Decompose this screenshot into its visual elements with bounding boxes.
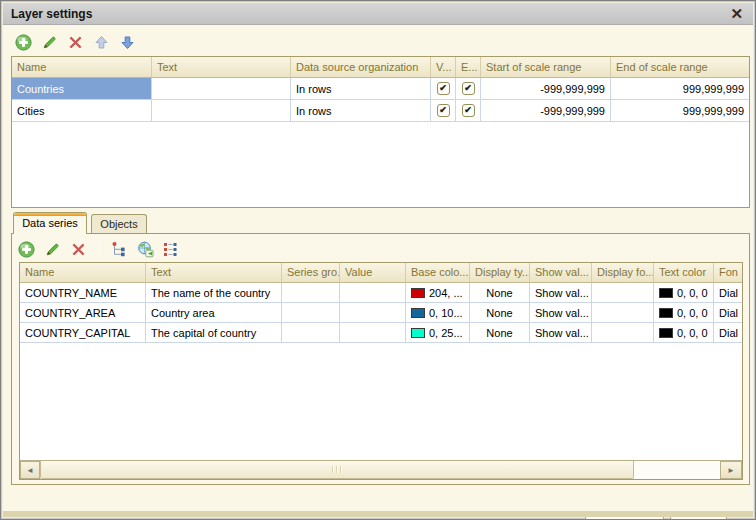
text-color-value: 0, 0, 0	[677, 327, 708, 339]
cell-series-group[interactable]	[282, 283, 340, 302]
column-header-end-of-scale-range[interactable]: End of scale range	[611, 57, 749, 77]
series-tree-icon[interactable]	[110, 240, 128, 258]
close-window-icon[interactable]: ✕	[728, 4, 745, 24]
delete-layer-icon[interactable]	[66, 33, 84, 51]
series-row-country-area[interactable]: COUNTRY_AREA Country area 0, 10... None …	[20, 303, 742, 323]
enabled-checkbox[interactable]: ✔	[462, 104, 475, 117]
cell-series-name[interactable]: COUNTRY_AREA	[20, 303, 146, 322]
series-row-country-capital[interactable]: COUNTRY_CAPITAL The capital of country 0…	[20, 323, 742, 343]
cell-display-type[interactable]: None	[470, 303, 530, 322]
column-header-text[interactable]: Text	[152, 57, 291, 77]
text-color-value: 0, 0, 0	[677, 307, 708, 319]
cell-display-format[interactable]	[592, 323, 654, 342]
scrollbar-thumb[interactable]	[40, 461, 634, 479]
cell-font[interactable]: Dial	[714, 323, 742, 342]
column-header-text-color[interactable]: Text color	[654, 263, 714, 282]
column-header-base-color[interactable]: Base colo...	[406, 263, 470, 282]
column-header-name[interactable]: Name	[20, 263, 146, 282]
cell-series-group[interactable]	[282, 303, 340, 322]
cell-value[interactable]	[340, 323, 406, 342]
cell-end-of-scale-range[interactable]: 999,999,999	[611, 100, 749, 121]
cell-series-text[interactable]: Country area	[146, 303, 282, 322]
cell-series-name[interactable]: COUNTRY_CAPITAL	[20, 323, 146, 342]
layer-row-countries[interactable]: Countries In rows ✔ ✔ -999,999,999 999,9…	[12, 78, 749, 100]
add-layer-icon[interactable]	[14, 33, 32, 51]
text-color-swatch	[659, 308, 673, 318]
cell-series-name[interactable]: COUNTRY_NAME	[20, 283, 146, 302]
cell-text-color[interactable]: 0, 0, 0	[654, 323, 714, 342]
column-header-text[interactable]: Text	[146, 263, 282, 282]
add-series-icon[interactable]	[17, 240, 35, 258]
scrollbar-track[interactable]	[634, 461, 720, 479]
enabled-checkbox[interactable]: ✔	[462, 82, 475, 95]
cell-series-group[interactable]	[282, 323, 340, 342]
visible-checkbox[interactable]: ✔	[437, 82, 450, 95]
column-header-visible[interactable]: V...	[431, 57, 456, 77]
cell-layer-text[interactable]	[152, 100, 291, 121]
cell-data-source-organization[interactable]: In rows	[291, 100, 431, 121]
column-header-data-source-organization[interactable]: Data source organization	[291, 57, 431, 77]
cell-base-color[interactable]: 0, 25...	[406, 323, 470, 342]
visible-checkbox[interactable]: ✔	[437, 104, 450, 117]
cell-display-format[interactable]	[592, 283, 654, 302]
window-frame-bottom	[3, 511, 753, 517]
cell-text-color[interactable]: 0, 0, 0	[654, 303, 714, 322]
delete-series-icon[interactable]	[69, 240, 87, 258]
cell-base-color[interactable]: 0, 10...	[406, 303, 470, 322]
layers-grid: Name Text Data source organization V... …	[11, 56, 750, 208]
cell-show-value[interactable]: Show val...	[530, 303, 592, 322]
base-color-swatch	[411, 328, 425, 338]
cell-display-type[interactable]: None	[470, 323, 530, 342]
cell-display-format[interactable]	[592, 303, 654, 322]
cell-start-of-scale-range[interactable]: -999,999,999	[481, 78, 611, 99]
column-header-display-type[interactable]: Display ty...	[470, 263, 530, 282]
cell-data-source-organization[interactable]: In rows	[291, 78, 431, 99]
cell-layer-text[interactable]	[152, 78, 291, 99]
cell-value[interactable]	[340, 283, 406, 302]
column-header-enabled[interactable]: E...	[456, 57, 481, 77]
cell-show-value[interactable]: Show val...	[530, 283, 592, 302]
cell-series-text[interactable]: The name of the country	[146, 283, 282, 302]
cell-value[interactable]	[340, 303, 406, 322]
cell-base-color[interactable]: 204, ...	[406, 283, 470, 302]
column-header-font[interactable]: Fon	[714, 263, 742, 282]
window-title: Layer settings	[11, 7, 728, 21]
cell-start-of-scale-range[interactable]: -999,999,999	[481, 100, 611, 121]
scroll-right-icon[interactable]: ►	[720, 461, 742, 479]
move-down-icon[interactable]	[118, 33, 136, 51]
cell-series-text[interactable]: The capital of country	[146, 323, 282, 342]
cell-end-of-scale-range[interactable]: 999,999,999	[611, 78, 749, 99]
cell-visible: ✔	[431, 78, 456, 99]
cell-visible: ✔	[431, 100, 456, 121]
edit-layer-icon[interactable]	[40, 33, 58, 51]
edit-series-icon[interactable]	[43, 240, 61, 258]
column-header-series-group[interactable]: Series gro...	[282, 263, 340, 282]
column-header-display-format[interactable]: Display fo...	[592, 263, 654, 282]
column-header-start-of-scale-range[interactable]: Start of scale range	[481, 57, 611, 77]
scroll-left-icon[interactable]: ◄	[20, 461, 40, 479]
cell-font[interactable]: Dial	[714, 303, 742, 322]
cell-display-type[interactable]: None	[470, 283, 530, 302]
base-color-value: 204, ...	[429, 287, 463, 299]
column-header-name[interactable]: Name	[12, 57, 152, 77]
titlebar: Layer settings ✕	[3, 3, 753, 25]
text-color-swatch	[659, 328, 673, 338]
cell-layer-name[interactable]: Countries	[12, 78, 152, 99]
tab-objects[interactable]: Objects	[91, 214, 147, 234]
series-row-country-name[interactable]: COUNTRY_NAME The name of the country 204…	[20, 283, 742, 303]
import-from-source-globe-icon[interactable]	[136, 240, 154, 258]
cell-show-value[interactable]: Show val...	[530, 323, 592, 342]
move-up-icon[interactable]	[92, 33, 110, 51]
cell-text-color[interactable]: 0, 0, 0	[654, 283, 714, 302]
column-header-value[interactable]: Value	[340, 263, 406, 282]
base-color-swatch	[411, 308, 425, 318]
layers-grid-header: Name Text Data source organization V... …	[12, 57, 749, 78]
series-grid-header: Name Text Series gro... Value Base colo.…	[20, 263, 742, 283]
column-header-show-value[interactable]: Show val...	[530, 263, 592, 282]
cell-font[interactable]: Dial	[714, 283, 742, 302]
toolbar-separator	[98, 241, 99, 257]
value-mapping-icon[interactable]	[162, 240, 180, 258]
layer-row-cities[interactable]: Cities In rows ✔ ✔ -999,999,999 999,999,…	[12, 100, 749, 122]
cell-layer-name[interactable]: Cities	[12, 100, 152, 121]
tab-data-series[interactable]: Data series	[13, 212, 87, 234]
